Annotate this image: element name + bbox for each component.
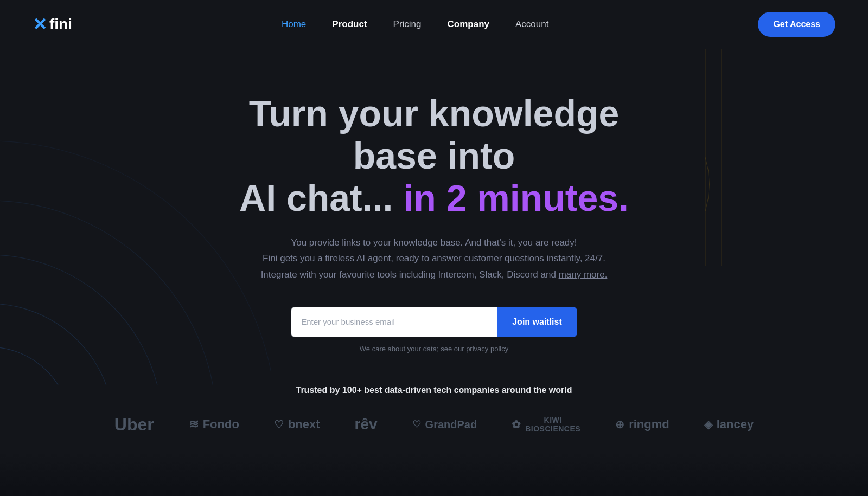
navbar: ✕ fini Home Product Pricing Company Acco…: [0, 0, 868, 49]
logo-text: fini: [49, 16, 72, 33]
bnext-icon: ♡: [274, 418, 284, 431]
grandpad-icon: ♡: [412, 418, 421, 430]
lancey-text: lancey: [717, 417, 754, 431]
fondo-icon: ≋: [189, 417, 199, 431]
logo-kiwi: ✿ KIWIBIOSCIENCES: [512, 416, 580, 433]
lancey-icon: ◈: [704, 418, 712, 431]
logo-uber: Uber: [114, 415, 154, 435]
svg-point-0: [0, 347, 71, 385]
kiwi-text: KIWIBIOSCIENCES: [525, 416, 580, 433]
email-input[interactable]: [291, 307, 497, 337]
nav-link-company[interactable]: Company: [448, 19, 489, 29]
logo-fondo: ≋ Fondo: [189, 417, 239, 431]
ringmd-icon: ⊕: [615, 418, 624, 431]
trusted-title: Trusted by 100+ best data-driven tech co…: [33, 385, 835, 395]
fondo-text: Fondo: [203, 417, 239, 431]
logo-lancey: ◈ lancey: [704, 417, 754, 431]
hero-sub-line3: Integrate with your favourite tools incl…: [261, 269, 559, 280]
bottom-fade: [0, 453, 868, 496]
nav-right: Get Access: [758, 12, 835, 37]
logo-grandpad: ♡ GrandPad: [412, 418, 477, 431]
ringmd-text: ringmd: [629, 417, 669, 431]
nav-item-account[interactable]: Account: [515, 19, 548, 30]
hero-headline: Turn your knowledge base into AI chat...…: [217, 92, 651, 220]
rev-text: rêv: [355, 416, 378, 433]
privacy-text: We care about your data; see our: [360, 345, 466, 353]
nav-links: Home Product Pricing Company Account: [282, 19, 548, 30]
hero-sub-line2: Fini gets you a tireless AI agent, ready…: [263, 253, 605, 263]
logo-ringmd: ⊕ ringmd: [615, 417, 669, 431]
hero-section: Turn your knowledge base into AI chat...…: [0, 49, 868, 385]
svg-point-1: [0, 304, 114, 385]
headline-part2: AI chat...: [239, 177, 403, 218]
logos-row: Uber ≋ Fondo ♡ bnext rêv ♡ GrandPad ✿ KI…: [33, 415, 835, 435]
nav-link-home[interactable]: Home: [282, 19, 306, 29]
bnext-text: bnext: [288, 417, 320, 431]
get-access-button[interactable]: Get Access: [758, 12, 835, 37]
join-waitlist-button[interactable]: Join waitlist: [497, 307, 577, 337]
nav-link-product[interactable]: Product: [332, 19, 367, 29]
logo-icon: ✕: [33, 14, 47, 35]
trusted-section: Trusted by 100+ best data-driven tech co…: [0, 385, 868, 435]
nav-link-account[interactable]: Account: [515, 19, 548, 29]
nav-item-product[interactable]: Product: [332, 19, 367, 30]
grandpad-text: GrandPad: [425, 418, 477, 431]
svg-point-2: [0, 255, 163, 385]
hero-subtext: You provide links to your knowledge base…: [261, 235, 608, 283]
logo-bnext: ♡ bnext: [274, 417, 320, 431]
nav-link-pricing[interactable]: Pricing: [393, 19, 422, 29]
svg-point-3: [0, 201, 217, 385]
hero-sub-link[interactable]: many more.: [559, 269, 608, 280]
kiwi-icon: ✿: [512, 418, 521, 431]
nav-item-home[interactable]: Home: [282, 19, 306, 30]
headline-highlight: in 2 minutes.: [403, 177, 629, 218]
logo-rev: rêv: [355, 416, 378, 433]
email-form: Join waitlist: [291, 307, 577, 337]
headline-part1: Turn your knowledge base into: [249, 93, 620, 176]
privacy-note: We care about your data; see our privacy…: [360, 345, 508, 353]
logo[interactable]: ✕ fini: [33, 14, 72, 35]
nav-item-company[interactable]: Company: [448, 19, 489, 30]
uber-text: Uber: [114, 415, 154, 435]
privacy-policy-link[interactable]: privacy policy: [466, 345, 508, 353]
nav-item-pricing[interactable]: Pricing: [393, 19, 422, 30]
hero-sub-line1: You provide links to your knowledge base…: [291, 237, 577, 248]
